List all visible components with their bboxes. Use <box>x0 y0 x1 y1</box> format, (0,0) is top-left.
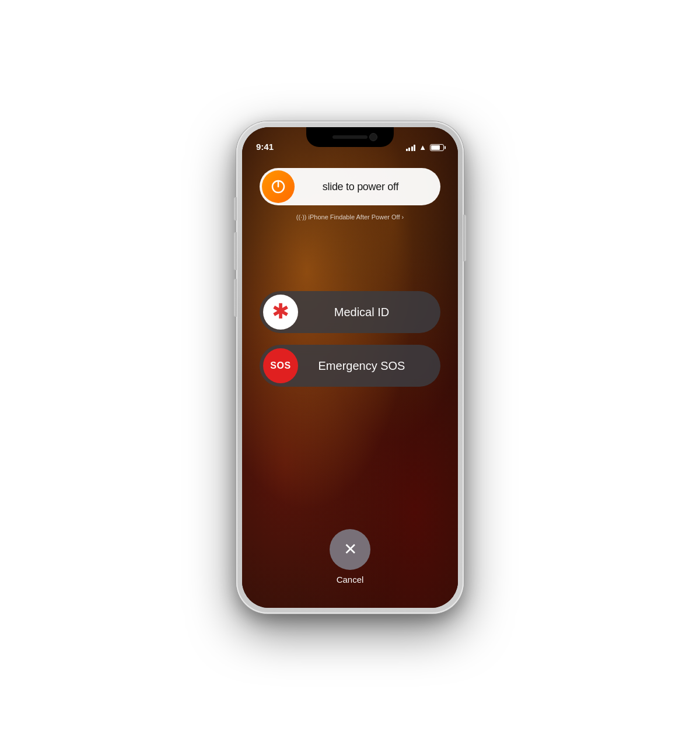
power-icon <box>270 178 286 195</box>
signal-icon <box>406 144 416 151</box>
sos-text: Emergency SOS <box>298 359 437 373</box>
sos-badge: SOS <box>270 360 290 371</box>
medical-id-slider[interactable]: ✱ Medical ID <box>260 291 440 333</box>
medical-text: Medical ID <box>298 306 437 319</box>
volume-down-button[interactable] <box>234 279 237 317</box>
battery-icon <box>430 144 444 151</box>
sos-knob: SOS <box>263 348 298 383</box>
cancel-icon: ✕ <box>344 541 357 558</box>
speaker <box>332 135 368 139</box>
mute-button[interactable] <box>234 197 237 220</box>
signal-bar-4 <box>414 145 415 151</box>
battery-fill <box>431 145 440 150</box>
findable-text: ((·)) iPhone Findable After Power Off › <box>296 212 404 221</box>
cancel-button[interactable]: ✕ <box>330 529 370 570</box>
signal-bar-3 <box>411 146 413 151</box>
findable-prefix: ((·)) <box>296 214 309 220</box>
volume-up-button[interactable] <box>234 232 237 270</box>
medical-icon: ✱ <box>272 301 289 322</box>
cancel-label: Cancel <box>337 575 364 584</box>
power-off-slider[interactable]: slide to power off <box>260 168 440 205</box>
notch <box>306 127 394 147</box>
phone-device: 9:41 ▲ <box>236 121 464 614</box>
power-slider-text: slide to power off <box>295 181 438 193</box>
camera <box>369 133 377 141</box>
status-icons: ▲ <box>406 143 444 152</box>
sos-slider[interactable]: SOS Emergency SOS <box>260 345 440 387</box>
signal-bar-1 <box>406 149 408 151</box>
medical-knob: ✱ <box>263 295 298 330</box>
phone-screen: 9:41 ▲ <box>242 127 458 608</box>
screen-content: slide to power off ((·)) iPhone Findable… <box>242 156 458 608</box>
cancel-area: ✕ Cancel <box>330 529 370 584</box>
findable-label[interactable]: iPhone Findable After Power Off › <box>309 214 404 220</box>
power-knob <box>262 170 295 203</box>
power-button[interactable] <box>463 215 466 261</box>
wifi-icon: ▲ <box>419 143 426 152</box>
signal-bar-2 <box>408 148 410 151</box>
